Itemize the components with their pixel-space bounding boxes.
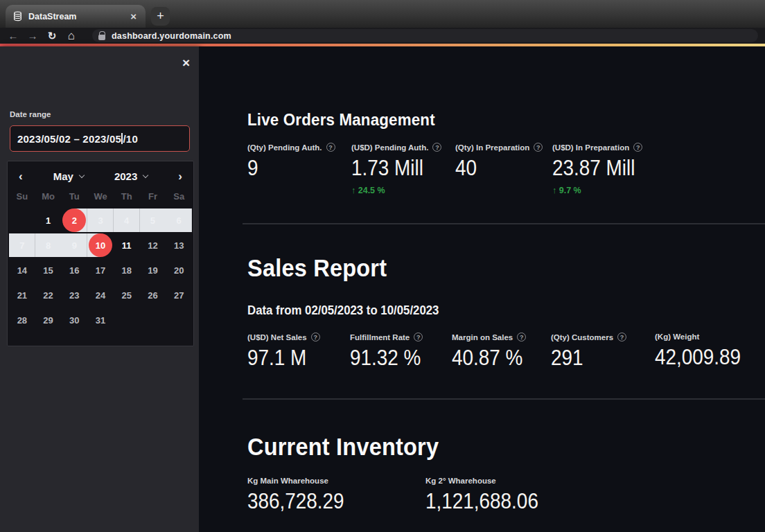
day-number: 13	[174, 240, 184, 251]
day-number: 5	[150, 215, 155, 226]
calendar-day-26[interactable]: 26	[140, 283, 166, 308]
calendar-day-2[interactable]: 2	[61, 208, 87, 233]
calendar-day-24[interactable]: 24	[87, 283, 114, 308]
kpi-value: 9	[247, 157, 258, 179]
drawer-close-icon[interactable]: ×	[182, 56, 190, 69]
kpi-label: Kg 2° Wharehouse	[425, 477, 496, 485]
calendar-day-21[interactable]: 21	[9, 283, 35, 308]
kpi-qty-in-preparation: (Qty) In Preparation?40	[455, 143, 552, 195]
forward-icon[interactable]: →	[25, 29, 40, 43]
calendar-prev-icon[interactable]: ‹	[19, 170, 23, 182]
calendar-week-row: 21222324252627	[9, 283, 192, 308]
browser-toolbar: ← → ↻ ⌂ dashboard.yourdomain.com	[0, 28, 765, 44]
calendar-day-15[interactable]: 15	[35, 258, 62, 283]
calendar-day-27[interactable]: 27	[166, 283, 192, 308]
weekday-label: We	[87, 191, 114, 202]
calendar-day-13[interactable]: 13	[166, 233, 192, 258]
kpi-label: Fulfillment Rate?	[350, 332, 423, 342]
calendar-day-18[interactable]: 18	[114, 258, 140, 283]
calendar-day-16[interactable]: 16	[61, 258, 87, 283]
calendar-day-20[interactable]: 20	[166, 258, 192, 283]
sales-report-subtitle: Data from 02/05/2023 to 10/05/2023	[247, 303, 439, 318]
kpi-label: (U$D) In Preparation?	[552, 143, 642, 152]
reload-icon[interactable]: ↻	[44, 29, 60, 43]
calendar-day-empty	[9, 208, 35, 233]
calendar-day-8[interactable]: 8	[35, 233, 62, 258]
live-orders-kpi-row: (Qty) Pending Auth.?9(U$D) Pending Auth.…	[247, 143, 705, 195]
kpi-value: 291	[551, 347, 583, 369]
calendar-day-30[interactable]: 30	[61, 308, 87, 332]
help-icon[interactable]: ?	[311, 332, 320, 342]
tab-close-icon[interactable]: ×	[128, 10, 139, 22]
day-number: 21	[17, 290, 27, 301]
day-number: 24	[96, 290, 105, 301]
section-title-current-inventory: Current Inventory	[247, 433, 439, 461]
day-number: 29	[43, 315, 53, 326]
calendar-day-12[interactable]: 12	[140, 233, 166, 258]
calendar-day-14[interactable]: 14	[9, 258, 35, 283]
calendar-day-19[interactable]: 19	[140, 258, 166, 283]
calendar-grid: 1234567891011121314151617181920212223242…	[8, 208, 193, 332]
day-number: 20	[174, 265, 184, 276]
weekday-label: Mo	[35, 191, 62, 202]
calendar-day-17[interactable]: 17	[87, 258, 114, 283]
address-bar[interactable]: dashboard.yourdomain.com	[92, 29, 758, 42]
calendar-day-7[interactable]: 7	[9, 233, 35, 258]
calendar-day-4[interactable]: 4	[114, 208, 140, 233]
day-number: 7	[19, 240, 24, 251]
day-number: 23	[69, 290, 79, 301]
calendar-day-29[interactable]: 29	[35, 308, 62, 332]
calendar-next-icon[interactable]: ›	[178, 170, 182, 182]
new-tab-button[interactable]: +	[151, 7, 170, 26]
help-icon[interactable]: ?	[633, 143, 642, 152]
calendar-day-9[interactable]: 9	[61, 233, 87, 258]
kpi-u-d-net-sales: (U$D) Net Sales?97.1 M	[247, 332, 350, 369]
calendar-day-3[interactable]: 3	[87, 208, 114, 233]
database-icon	[12, 11, 23, 21]
calendar-day-25[interactable]: 25	[114, 283, 140, 308]
kpi-label: (U$D) Net Sales?	[247, 332, 320, 342]
day-number: 15	[43, 265, 53, 276]
inventory-kpi-row: Kg Main Wharehouse386,728.29Kg 2° Whareh…	[247, 477, 654, 513]
calendar: ‹ May 2023 › SuMoTuWeThFrSa 123456789101…	[7, 161, 194, 346]
calendar-month-select[interactable]: May	[53, 170, 84, 182]
help-icon[interactable]: ?	[517, 332, 526, 342]
help-icon[interactable]: ?	[617, 332, 626, 342]
date-range-label: Date range	[10, 110, 51, 118]
calendar-day-11[interactable]: 11	[114, 233, 140, 258]
calendar-day-22[interactable]: 22	[35, 283, 62, 308]
help-icon[interactable]: ?	[534, 143, 543, 152]
help-icon[interactable]: ?	[326, 143, 335, 152]
calendar-day-empty	[140, 308, 166, 332]
help-icon[interactable]: ?	[414, 332, 423, 342]
calendar-year-select[interactable]: 2023	[114, 170, 148, 182]
help-icon[interactable]: ?	[432, 143, 441, 152]
kpi-u-d-in-preparation: (U$D) In Preparation?23.87 Mill↑ 9.7 %	[552, 143, 705, 195]
kpi-delta-positive: ↑ 24.5 %	[351, 186, 385, 195]
back-icon[interactable]: ←	[6, 29, 21, 43]
calendar-day-1[interactable]: 1	[35, 208, 62, 233]
lock-icon	[98, 35, 105, 40]
calendar-day-6[interactable]: 6	[166, 208, 192, 233]
kpi-delta-positive: ↑ 9.7 %	[552, 186, 581, 195]
calendar-day-23[interactable]: 23	[61, 283, 87, 308]
weekday-label: Tu	[61, 191, 87, 202]
home-icon[interactable]: ⌂	[64, 29, 79, 43]
browser-tab-datastream[interactable]: DataStream ×	[6, 5, 146, 28]
calendar-day-10[interactable]: 10	[87, 233, 114, 258]
day-number: 2	[72, 215, 77, 226]
kpi-qty-pending-auth: (Qty) Pending Auth.?9	[247, 143, 351, 195]
date-range-value: 2023/05/02 – 2023/05	[17, 133, 121, 145]
calendar-day-5[interactable]: 5	[140, 208, 166, 233]
calendar-day-31[interactable]: 31	[87, 308, 114, 332]
section-title-sales-report: Sales Report	[247, 254, 387, 282]
calendar-day-28[interactable]: 28	[9, 308, 35, 332]
kpi-qty-customers: (Qty) Customers?291	[551, 332, 655, 369]
section-divider	[243, 398, 765, 400]
kpi-kg-main-wharehouse: Kg Main Wharehouse386,728.29	[247, 477, 425, 513]
date-range-input[interactable]: 2023/05/02 – 2023/05/10	[10, 125, 190, 152]
kpi-label: (Kg) Weight	[655, 332, 699, 341]
kpi-label: (Qty) Customers?	[551, 332, 626, 342]
day-number: 4	[124, 215, 129, 226]
day-number: 26	[148, 290, 157, 301]
